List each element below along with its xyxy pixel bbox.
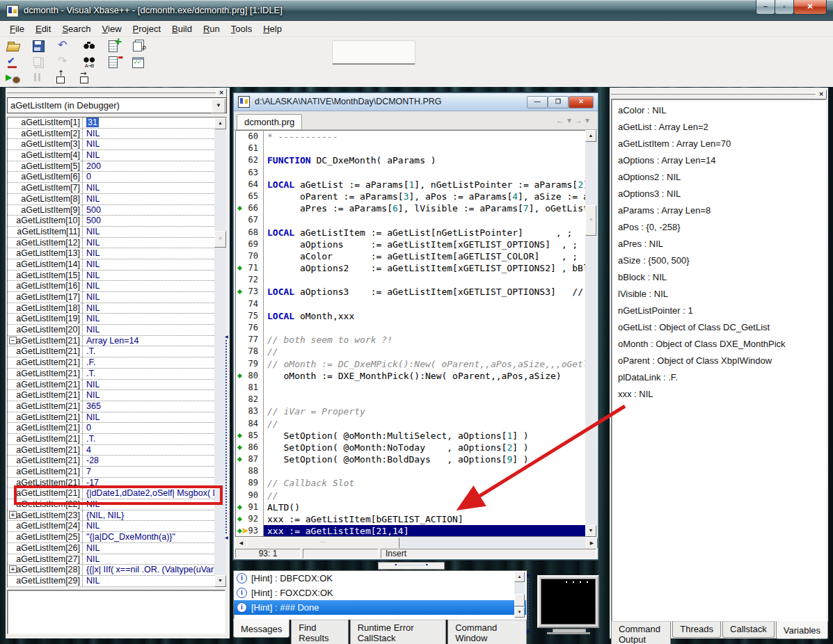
watch-row[interactable]: aGetListItem[21]NIL bbox=[8, 412, 216, 424]
message-row[interactable]: i[Hint] : ### Done bbox=[234, 600, 526, 615]
scroll-up-icon[interactable]: ▲ bbox=[585, 130, 596, 142]
nav-back-icon[interactable]: ← bbox=[556, 115, 567, 125]
watch-row[interactable]: aGetListItem[12]NIL bbox=[8, 238, 216, 249]
tab-command-window[interactable]: Command Window bbox=[447, 620, 527, 644]
window-check-button[interactable] bbox=[131, 54, 148, 70]
scroll-left-icon[interactable]: ◀ bbox=[235, 538, 247, 549]
code-line[interactable]: 90// bbox=[236, 490, 586, 501]
chevron-down-icon[interactable]: ▼ bbox=[212, 99, 225, 113]
variable-item[interactable]: xxx : NIL bbox=[618, 389, 826, 405]
watch-row[interactable]: aGetListItem[17]NIL bbox=[8, 292, 216, 303]
tab-messages[interactable]: Messages bbox=[233, 620, 289, 638]
replace-button[interactable] bbox=[81, 54, 97, 70]
nav-forward-icon[interactable]: → bbox=[574, 115, 585, 125]
watch-row[interactable]: aGetListItem[8]NIL bbox=[8, 194, 216, 205]
menu-project[interactable]: Project bbox=[127, 21, 166, 34]
watch-row[interactable]: aGetListItem[14]NIL bbox=[8, 259, 216, 271]
variable-item[interactable]: aOptions : Array Len=14 bbox=[618, 155, 826, 172]
pause-button[interactable] bbox=[29, 70, 46, 86]
watch-row[interactable]: aGetListItem[22]NIL bbox=[8, 499, 216, 510]
code-line[interactable]: 87 SetOption( @oMonth:BoldDays , aOption… bbox=[236, 453, 586, 465]
variable-item[interactable]: aParams : Array Len=8 bbox=[618, 205, 826, 222]
menu-help[interactable]: Help bbox=[257, 21, 287, 34]
watch-row[interactable]: aGetListItem[29]NIL bbox=[8, 576, 216, 587]
maximize-button[interactable]: ▫ bbox=[775, 0, 794, 15]
code-line[interactable]: 89// Callback Slot bbox=[236, 477, 586, 489]
chevron-down-icon[interactable]: ▾ bbox=[585, 115, 592, 125]
scrollbar-thumb[interactable]: ≡ bbox=[214, 231, 226, 248]
variable-item[interactable]: aPos : {0, -258} bbox=[618, 222, 826, 239]
chevron-down-icon[interactable]: ▾ bbox=[567, 115, 574, 125]
watch-row[interactable]: aGetListItem[3]NIL bbox=[8, 139, 216, 150]
watch-row[interactable]: aGetListItem[21]7 bbox=[8, 467, 216, 478]
watch-row[interactable]: aGetListItem[25]"{|a|DC_DxeMonth(a)}" bbox=[8, 532, 216, 543]
tab-dcmonth-prg[interactable]: dcmonth.prg bbox=[237, 114, 302, 129]
collapse-left-icon[interactable]: ◀ bbox=[225, 334, 228, 339]
watch-row[interactable]: −aGetListItem[21]Array Len=14 bbox=[8, 336, 216, 347]
watch-row[interactable]: aGetListItem[11]NIL bbox=[8, 227, 216, 238]
variable-item[interactable]: aGetList : Array Len=2 bbox=[618, 122, 826, 138]
watch-row[interactable]: aGetListItem[21]-28 bbox=[8, 456, 216, 467]
watch-row[interactable]: aGetListItem[15]NIL bbox=[8, 271, 216, 282]
watch-row[interactable]: aGetListItem[20]NIL bbox=[8, 325, 216, 336]
variable-item[interactable]: aGetListItem : Array Len=70 bbox=[618, 138, 826, 155]
variable-item[interactable]: oMonth : Object of Class DXE_MonthPick bbox=[618, 339, 826, 355]
code-line[interactable]: 76 bbox=[236, 322, 586, 334]
copy-button[interactable] bbox=[31, 54, 47, 70]
watch-row[interactable]: aGetListItem[21]{|dDate1,dDate2,oSelf| M… bbox=[8, 488, 216, 499]
find-button[interactable] bbox=[81, 38, 97, 54]
code-line[interactable]: 82 bbox=[236, 394, 586, 405]
variable-item[interactable]: aPres : NIL bbox=[618, 239, 826, 255]
scroll-up-icon[interactable]: ▲ bbox=[214, 118, 226, 129]
code-line[interactable]: 81 bbox=[236, 382, 586, 394]
code-line[interactable]: 93➤xxx := aGetListItem[21,14] bbox=[236, 525, 586, 537]
child-close-button[interactable]: ✕ bbox=[569, 96, 594, 108]
watch-row[interactable]: aGetListItem[27]NIL bbox=[8, 554, 216, 565]
watch-row[interactable]: aGetListItem[21].T. bbox=[8, 369, 216, 380]
close-button[interactable]: ✕ bbox=[793, 0, 827, 15]
code-window-titlebar[interactable]: d:\ALASKA\NATIVE\MonthDay\DCMONTH.PRG — … bbox=[234, 93, 598, 111]
code-line[interactable]: 77// both seem to work ?! bbox=[236, 334, 586, 346]
watch-row[interactable]: aGetListItem[16]NIL bbox=[8, 281, 216, 292]
bottom-splitter[interactable]: ▶ ▶ bbox=[527, 572, 530, 634]
panel-grip[interactable] bbox=[7, 90, 216, 93]
watch-row[interactable]: aGetListItem[2]NIL bbox=[8, 129, 216, 140]
scroll-down-icon[interactable]: ▼ bbox=[214, 575, 226, 587]
watch-row[interactable]: aGetListItem[26]NIL bbox=[8, 543, 216, 554]
code-line[interactable]: 66 aPres := aParams[6], lVisible := aPar… bbox=[236, 202, 586, 214]
code-line[interactable]: 69 aOptions := aGetListItem[xGETLIST_OPT… bbox=[236, 239, 586, 250]
variable-item[interactable]: aOptions3 : NIL bbox=[618, 188, 826, 205]
variable-item[interactable]: aOptions2 : NIL bbox=[618, 172, 826, 188]
collapse-left-icon[interactable]: ◀ bbox=[225, 535, 228, 540]
horizontal-splitter[interactable]: ▾ ··················· ▾ bbox=[378, 562, 445, 570]
variable-item[interactable]: plDataLink : .F. bbox=[618, 372, 826, 389]
menu-file[interactable]: File bbox=[4, 21, 30, 34]
left-splitter[interactable]: ◀ ◀ bbox=[225, 334, 228, 540]
watch-row[interactable]: +aGetListItem[28]{{|x| IIf( x==nil .OR. … bbox=[8, 565, 216, 576]
tab-callstack[interactable]: Callstack bbox=[722, 621, 775, 638]
tab-command-output[interactable]: Command Output bbox=[611, 621, 671, 644]
watch-row[interactable]: aGetListItem[1]31 bbox=[8, 118, 216, 129]
code-line[interactable]: 60* ----------- bbox=[236, 131, 586, 143]
doc-remove-button[interactable] bbox=[106, 54, 122, 70]
menu-run[interactable]: Run bbox=[198, 21, 225, 34]
open-folder-button[interactable] bbox=[6, 38, 22, 54]
watch-row[interactable]: aGetListItem[18]NIL bbox=[8, 303, 216, 314]
collapse-right-icon[interactable]: ▶ bbox=[527, 629, 530, 634]
watch-row[interactable]: aGetListItem[9]500 bbox=[8, 205, 216, 216]
collapse-right-icon[interactable]: ▶ bbox=[527, 572, 530, 577]
console-window[interactable] bbox=[537, 575, 599, 628]
step-into-button[interactable] bbox=[53, 70, 70, 86]
variable-item[interactable]: lVisible : NIL bbox=[618, 289, 826, 305]
scrollbar-thumb[interactable]: ≡ bbox=[585, 205, 596, 236]
menu-tools[interactable]: Tools bbox=[225, 21, 257, 34]
code-line[interactable]: 68LOCAL aGetListItem := aGetList[nGetLis… bbox=[236, 227, 586, 239]
watch-row[interactable]: aGetListItem[21]4 bbox=[8, 445, 216, 456]
code-line[interactable]: 62FUNCTION DC_DxeMonth( aParams ) bbox=[236, 154, 586, 166]
tab-find-results[interactable]: Find Results bbox=[291, 620, 348, 644]
watch-row[interactable]: aGetListItem[21]0 bbox=[8, 423, 216, 434]
watch-row[interactable]: aGetListItem[21]365 bbox=[8, 401, 216, 412]
code-line[interactable]: 64LOCAL aGetList := aParams[1], nGetList… bbox=[236, 179, 586, 191]
tab-variables[interactable]: Variables bbox=[776, 621, 828, 639]
menu-edit[interactable]: Edit bbox=[30, 21, 56, 34]
